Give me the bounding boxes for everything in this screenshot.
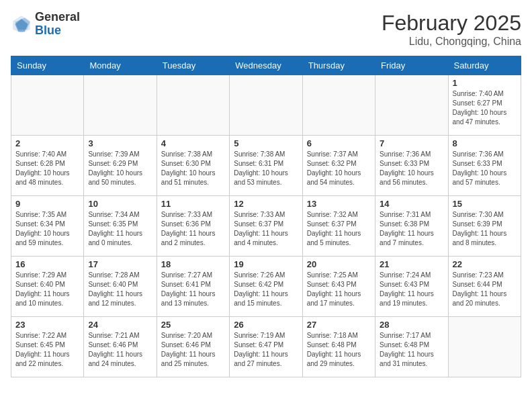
day-number: 8	[453, 138, 517, 148]
calendar-cell: 13Sunrise: 7:32 AM Sunset: 6:37 PM Dayli…	[302, 196, 375, 257]
day-info: Sunrise: 7:20 AM Sunset: 6:46 PM Dayligh…	[161, 331, 225, 369]
calendar-week-row: 9Sunrise: 7:35 AM Sunset: 6:34 PM Daylig…	[11, 196, 521, 257]
calendar-cell: 27Sunrise: 7:18 AM Sunset: 6:48 PM Dayli…	[302, 317, 375, 377]
calendar-cell	[302, 75, 375, 136]
day-number: 28	[380, 320, 443, 330]
weekday-header-saturday: Saturday	[448, 56, 521, 75]
day-number: 18	[161, 259, 225, 269]
calendar-cell: 7Sunrise: 7:36 AM Sunset: 6:33 PM Daylig…	[375, 136, 448, 196]
day-number: 15	[453, 199, 517, 209]
calendar-cell: 22Sunrise: 7:23 AM Sunset: 6:44 PM Dayli…	[448, 257, 521, 317]
day-info: Sunrise: 7:30 AM Sunset: 6:39 PM Dayligh…	[453, 210, 517, 248]
logo-blue: Blue	[35, 24, 61, 37]
calendar-week-row: 1Sunrise: 7:40 AM Sunset: 6:27 PM Daylig…	[11, 75, 521, 136]
day-number: 21	[380, 259, 443, 269]
day-number: 7	[380, 138, 443, 148]
calendar-week-row: 23Sunrise: 7:22 AM Sunset: 6:45 PM Dayli…	[11, 317, 521, 377]
day-info: Sunrise: 7:38 AM Sunset: 6:31 PM Dayligh…	[234, 150, 298, 187]
day-info: Sunrise: 7:25 AM Sunset: 6:43 PM Dayligh…	[307, 271, 371, 308]
calendar-cell: 17Sunrise: 7:28 AM Sunset: 6:40 PM Dayli…	[84, 257, 157, 317]
day-info: Sunrise: 7:32 AM Sunset: 6:37 PM Dayligh…	[307, 210, 371, 248]
calendar-cell	[157, 75, 229, 136]
day-number: 25	[161, 320, 225, 330]
title-block: February 2025 Lidu, Chongqing, China	[382, 11, 521, 48]
calendar-cell: 24Sunrise: 7:21 AM Sunset: 6:46 PM Dayli…	[84, 317, 157, 377]
calendar-cell: 2Sunrise: 7:40 AM Sunset: 6:28 PM Daylig…	[11, 136, 84, 196]
calendar-cell: 14Sunrise: 7:31 AM Sunset: 6:38 PM Dayli…	[375, 196, 448, 257]
calendar-table: SundayMondayTuesdayWednesdayThursdayFrid…	[11, 56, 521, 377]
day-number: 4	[161, 138, 225, 148]
calendar-cell: 18Sunrise: 7:27 AM Sunset: 6:41 PM Dayli…	[157, 257, 229, 317]
day-info: Sunrise: 7:40 AM Sunset: 6:27 PM Dayligh…	[453, 89, 517, 127]
day-info: Sunrise: 7:26 AM Sunset: 6:42 PM Dayligh…	[234, 271, 298, 308]
day-number: 17	[88, 259, 152, 269]
calendar-week-row: 2Sunrise: 7:40 AM Sunset: 6:28 PM Daylig…	[11, 136, 521, 196]
calendar-cell: 15Sunrise: 7:30 AM Sunset: 6:39 PM Dayli…	[448, 196, 521, 257]
day-info: Sunrise: 7:21 AM Sunset: 6:46 PM Dayligh…	[88, 331, 152, 369]
calendar-cell: 19Sunrise: 7:26 AM Sunset: 6:42 PM Dayli…	[230, 257, 302, 317]
calendar-cell	[84, 75, 157, 136]
calendar-cell: 11Sunrise: 7:33 AM Sunset: 6:36 PM Dayli…	[157, 196, 229, 257]
day-info: Sunrise: 7:34 AM Sunset: 6:35 PM Dayligh…	[88, 210, 152, 248]
weekday-header-thursday: Thursday	[302, 56, 375, 75]
day-info: Sunrise: 7:28 AM Sunset: 6:40 PM Dayligh…	[88, 271, 152, 308]
day-number: 12	[234, 199, 298, 209]
day-info: Sunrise: 7:39 AM Sunset: 6:29 PM Dayligh…	[88, 150, 152, 187]
weekday-header-sunday: Sunday	[11, 56, 84, 75]
day-number: 1	[453, 78, 517, 88]
day-info: Sunrise: 7:23 AM Sunset: 6:44 PM Dayligh…	[453, 271, 517, 308]
calendar-cell: 25Sunrise: 7:20 AM Sunset: 6:46 PM Dayli…	[157, 317, 229, 377]
day-info: Sunrise: 7:33 AM Sunset: 6:37 PM Dayligh…	[234, 210, 298, 248]
calendar-title: February 2025	[382, 11, 521, 36]
calendar-week-row: 16Sunrise: 7:29 AM Sunset: 6:40 PM Dayli…	[11, 257, 521, 317]
day-number: 2	[15, 138, 79, 148]
day-number: 3	[88, 138, 152, 148]
calendar-cell: 16Sunrise: 7:29 AM Sunset: 6:40 PM Dayli…	[11, 257, 84, 317]
calendar-cell: 1Sunrise: 7:40 AM Sunset: 6:27 PM Daylig…	[448, 75, 521, 136]
weekday-header-tuesday: Tuesday	[157, 56, 229, 75]
calendar-cell	[230, 75, 302, 136]
calendar-cell: 23Sunrise: 7:22 AM Sunset: 6:45 PM Dayli…	[11, 317, 84, 377]
calendar-cell: 6Sunrise: 7:37 AM Sunset: 6:32 PM Daylig…	[302, 136, 375, 196]
day-info: Sunrise: 7:17 AM Sunset: 6:48 PM Dayligh…	[380, 331, 443, 369]
day-number: 23	[15, 320, 79, 330]
calendar-cell: 8Sunrise: 7:36 AM Sunset: 6:33 PM Daylig…	[448, 136, 521, 196]
day-number: 14	[380, 199, 443, 209]
day-number: 9	[15, 199, 79, 209]
day-number: 24	[88, 320, 152, 330]
day-number: 10	[88, 199, 152, 209]
day-number: 11	[161, 199, 225, 209]
day-number: 13	[307, 199, 371, 209]
day-info: Sunrise: 7:18 AM Sunset: 6:48 PM Dayligh…	[307, 331, 371, 369]
page-header: General Blue February 2025 Lidu, Chongqi…	[11, 11, 521, 48]
day-number: 19	[234, 259, 298, 269]
day-number: 26	[234, 320, 298, 330]
calendar-cell: 26Sunrise: 7:19 AM Sunset: 6:47 PM Dayli…	[230, 317, 302, 377]
day-number: 16	[15, 259, 79, 269]
day-info: Sunrise: 7:35 AM Sunset: 6:34 PM Dayligh…	[15, 210, 79, 248]
day-info: Sunrise: 7:36 AM Sunset: 6:33 PM Dayligh…	[380, 150, 443, 187]
calendar-cell	[375, 75, 448, 136]
calendar-cell	[11, 75, 84, 136]
day-info: Sunrise: 7:29 AM Sunset: 6:40 PM Dayligh…	[15, 271, 79, 308]
weekday-header-monday: Monday	[84, 56, 157, 75]
day-number: 20	[307, 259, 371, 269]
day-number: 27	[307, 320, 371, 330]
weekday-header-wednesday: Wednesday	[230, 56, 302, 75]
day-info: Sunrise: 7:31 AM Sunset: 6:38 PM Dayligh…	[380, 210, 443, 248]
calendar-cell: 21Sunrise: 7:24 AM Sunset: 6:43 PM Dayli…	[375, 257, 448, 317]
logo-icon	[11, 13, 32, 35]
calendar-cell: 4Sunrise: 7:38 AM Sunset: 6:30 PM Daylig…	[157, 136, 229, 196]
logo-text: General Blue	[35, 11, 80, 38]
day-info: Sunrise: 7:27 AM Sunset: 6:41 PM Dayligh…	[161, 271, 225, 308]
weekday-header-friday: Friday	[375, 56, 448, 75]
day-info: Sunrise: 7:19 AM Sunset: 6:47 PM Dayligh…	[234, 331, 298, 369]
logo: General Blue	[11, 11, 80, 38]
calendar-cell: 3Sunrise: 7:39 AM Sunset: 6:29 PM Daylig…	[84, 136, 157, 196]
weekday-header-row: SundayMondayTuesdayWednesdayThursdayFrid…	[11, 56, 521, 75]
day-info: Sunrise: 7:38 AM Sunset: 6:30 PM Dayligh…	[161, 150, 225, 187]
calendar-cell: 10Sunrise: 7:34 AM Sunset: 6:35 PM Dayli…	[84, 196, 157, 257]
calendar-cell: 5Sunrise: 7:38 AM Sunset: 6:31 PM Daylig…	[230, 136, 302, 196]
calendar-cell: 12Sunrise: 7:33 AM Sunset: 6:37 PM Dayli…	[230, 196, 302, 257]
calendar-cell: 9Sunrise: 7:35 AM Sunset: 6:34 PM Daylig…	[11, 196, 84, 257]
